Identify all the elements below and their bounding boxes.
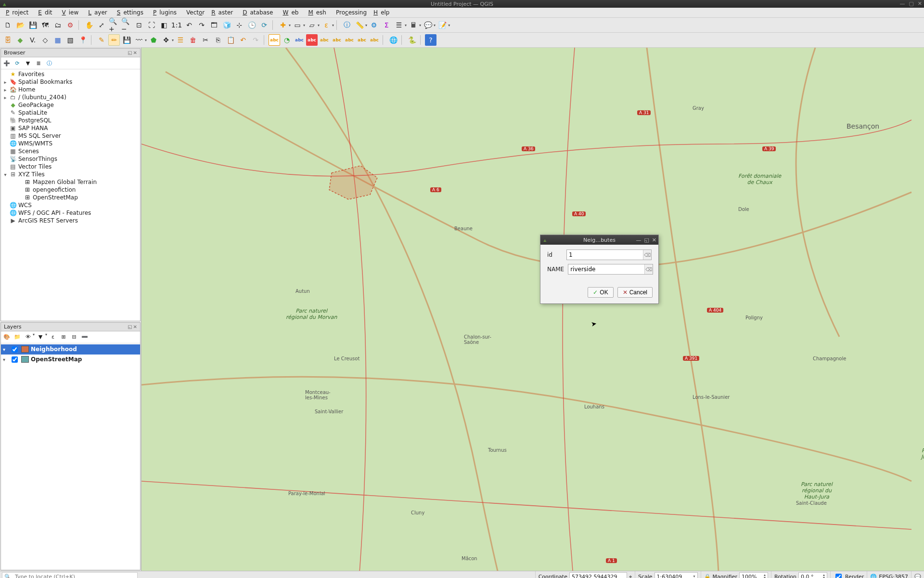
save-edits-icon[interactable]: 💾 [121, 34, 132, 46]
refresh-browser-icon[interactable]: ⟳ [13, 58, 22, 68]
menu-plugins[interactable]: Plugins [150, 8, 182, 17]
browser-item[interactable]: 🐘PostgreSQL [1, 117, 140, 124]
add-group-icon[interactable]: 📁 [13, 332, 22, 342]
field-calc-icon[interactable]: 🖩 [408, 19, 419, 31]
identify-icon[interactable]: ⓘ [341, 19, 353, 31]
new-map-view-icon[interactable]: 🗔 [208, 19, 220, 31]
data-source-manager-icon[interactable]: 🗄 [2, 34, 13, 46]
zoom-last-icon[interactable]: ↶ [183, 19, 195, 31]
label-tool-icon[interactable]: abc [269, 34, 280, 46]
metasearch-icon[interactable]: 🌐 [387, 34, 399, 46]
menu-mesh[interactable]: Mesh [305, 8, 332, 17]
measure-icon[interactable]: 📏 [354, 19, 365, 31]
vertex-tool-icon[interactable]: ✥ [160, 34, 172, 46]
select-by-value-icon[interactable]: ε [321, 19, 332, 31]
browser-item[interactable]: 🌐WCS [1, 201, 140, 209]
move-label-icon[interactable]: abc [356, 34, 368, 46]
browser-item[interactable]: ▸🔖Spatial Bookmarks [1, 78, 140, 86]
browser-item[interactable]: 📡SensorThings [1, 155, 140, 163]
paste-icon[interactable]: 📋 [225, 34, 236, 46]
new-print-layout-icon[interactable]: 🗺 [39, 19, 51, 31]
crs-label[interactable]: EPSG:3857 [879, 574, 908, 578]
new-shapefile-icon[interactable]: V. [27, 34, 38, 46]
layer-style-icon[interactable]: 🎨 [2, 332, 12, 342]
browser-item[interactable]: ▦Scenes [1, 147, 140, 155]
zoom-next-icon[interactable]: ↷ [196, 19, 207, 31]
field-input-id[interactable] [567, 251, 643, 258]
dialog-maximize-icon[interactable]: ◱ [644, 237, 649, 243]
toggle-editing-icon[interactable]: ✏ [108, 34, 120, 46]
map-canvas[interactable]: BesançonDoleBeauneAutunLe CreusotChalon-… [141, 48, 924, 571]
locator-input[interactable] [13, 574, 137, 578]
maptips-icon[interactable]: 💬 [422, 19, 434, 31]
remove-layer-icon[interactable]: ➖ [80, 332, 90, 342]
new-spatialite-icon[interactable]: ◇ [39, 34, 51, 46]
menu-settings[interactable]: Settings [114, 8, 149, 17]
new-mesh-icon[interactable]: ▧ [64, 34, 76, 46]
modify-attrs-icon[interactable]: ☰ [175, 34, 186, 46]
browser-item[interactable]: 🌐WMS/WMTS [1, 140, 140, 147]
style-manager-icon[interactable]: ⚙ [64, 19, 76, 31]
menu-view[interactable]: View [59, 8, 85, 17]
browser-item[interactable]: ▥MS SQL Server [1, 132, 140, 140]
properties-icon[interactable]: ⓘ [44, 58, 54, 68]
temporal-icon[interactable]: 🕒 [246, 19, 257, 31]
close-icon[interactable]: ✕ [918, 0, 922, 7]
crs-icon[interactable]: 🌐 [870, 574, 877, 578]
layer-visibility-checkbox[interactable] [12, 356, 18, 363]
maximize-icon[interactable]: ▢ [909, 0, 913, 7]
save-project-icon[interactable]: 💾 [27, 19, 38, 31]
toolbox-icon[interactable]: ⚙ [368, 19, 380, 31]
field-input-name[interactable] [568, 266, 644, 273]
attribute-table-icon[interactable]: ☰ [393, 19, 405, 31]
zoom-selection-icon[interactable]: ⛶ [146, 19, 157, 31]
layout-manager-icon[interactable]: 🗂 [52, 19, 64, 31]
refresh-icon[interactable]: ⟳ [258, 19, 270, 31]
redo-icon[interactable]: ↷ [250, 34, 261, 46]
browser-item[interactable]: 🌐WFS / OGC API - Features [1, 209, 140, 217]
browser-tree[interactable]: ★Favorites▸🔖Spatial Bookmarks▸🏠Home▸🗀/ (… [1, 69, 140, 321]
diagram-icon[interactable]: ◔ [281, 34, 293, 46]
minimize-icon[interactable]: — [899, 0, 905, 7]
menu-processing[interactable]: Processing [333, 8, 370, 17]
delete-selected-icon[interactable]: 🗑 [187, 34, 199, 46]
new-project-icon[interactable]: 🗋 [2, 19, 13, 31]
show-label-icon[interactable]: abc [344, 34, 355, 46]
menu-help[interactable]: Help [371, 8, 395, 17]
add-feature-icon[interactable]: 〰 [133, 34, 145, 46]
render-checkbox[interactable] [835, 574, 842, 578]
expand-all-icon[interactable]: ⊞ [59, 332, 68, 342]
scale-input[interactable]: 1:630409▾ [654, 572, 698, 578]
annotation-icon[interactable]: 📝 [436, 19, 448, 31]
add-polygon-icon[interactable]: ⬟ [148, 34, 159, 46]
zoom-full-icon[interactable]: ⊡ [133, 19, 145, 31]
layers-list[interactable]: ▾Neighborhood▾OpenStreetMap [1, 343, 140, 570]
browser-item[interactable]: ▾⊞XYZ Tiles [1, 171, 140, 178]
collapse-all-icon[interactable]: ≣ [34, 58, 43, 68]
filter-legend-icon[interactable]: ▼ [36, 332, 45, 342]
zoom-layer-icon[interactable]: ◧ [158, 19, 170, 31]
cut-icon[interactable]: ✂ [200, 34, 211, 46]
new-layer-icon[interactable]: ✚ [277, 19, 289, 31]
expression-filter-icon[interactable]: ε [48, 332, 58, 342]
dialog-titlebar[interactable]: ⟁ Neig…butes — ◱ ✕ [540, 235, 658, 245]
browser-item[interactable]: ◆GeoPackage [1, 101, 140, 109]
pan-to-selection-icon[interactable]: ⤢ [96, 19, 107, 31]
locator-bar[interactable]: 🔍 [2, 572, 138, 578]
add-layer-icon[interactable]: ➕ [2, 58, 12, 68]
help-icon[interactable]: ? [425, 34, 436, 46]
layer-visibility-checkbox[interactable] [12, 346, 18, 353]
new-virtual-layer-icon[interactable]: ▦ [52, 34, 64, 46]
open-project-icon[interactable]: 📂 [14, 19, 26, 31]
menu-project[interactable]: Project [3, 8, 34, 17]
snapping-icon[interactable]: ⊹ [233, 19, 245, 31]
current-edits-icon[interactable]: ✎ [96, 34, 107, 46]
panel-close-icon[interactable]: ✕ [133, 50, 137, 55]
clear-field-icon[interactable]: ⌫ [644, 264, 653, 274]
browser-item[interactable]: ⊞OpenStreetMap [1, 194, 140, 201]
clear-field-icon[interactable]: ⌫ [643, 250, 651, 260]
menu-edit[interactable]: Edit [35, 8, 58, 17]
undo-icon[interactable]: ↶ [237, 34, 249, 46]
menu-layer[interactable]: Layer [85, 8, 113, 17]
python-console-icon[interactable]: 🐍 [406, 34, 418, 46]
